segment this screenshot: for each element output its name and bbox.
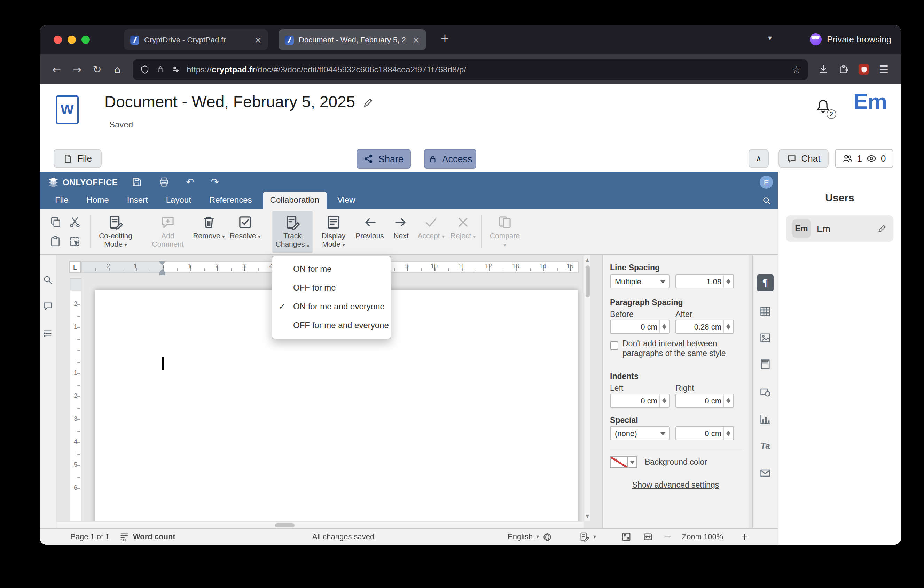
zoom-out-button[interactable]: −	[664, 529, 672, 545]
access-button[interactable]: Access	[424, 149, 476, 168]
spinner[interactable]	[723, 427, 733, 439]
tab-stop-selector[interactable]: L	[69, 261, 81, 273]
paragraph-settings-icon[interactable]: ¶	[757, 274, 774, 291]
spacing-before-input[interactable]: 0 cm	[610, 320, 670, 334]
hanging-indent-marker[interactable]	[159, 266, 166, 273]
adblocker-icon[interactable]	[858, 64, 869, 74]
chart-settings-icon[interactable]	[757, 412, 773, 427]
share-button[interactable]: Share	[356, 149, 411, 168]
paste-icon[interactable]	[50, 236, 65, 251]
track-menu-item[interactable]: ON for me	[272, 260, 391, 279]
special-select[interactable]: (none)	[610, 426, 670, 440]
track-changes-button[interactable]: Track Changes ▴	[272, 211, 313, 253]
line-spacing-select[interactable]: Multiple	[610, 274, 670, 288]
menu-tab-insert[interactable]: Insert	[120, 192, 155, 209]
advanced-settings-link[interactable]: Show advanced settings	[632, 481, 719, 489]
left-indent-marker[interactable]	[160, 273, 165, 275]
background-color-dropdown[interactable]	[628, 456, 637, 468]
vertical-scrollbar[interactable]: ▲ ▼	[584, 255, 591, 521]
navigation-headings-icon[interactable]	[43, 328, 54, 339]
track-menu-item[interactable]: OFF for me and everyone	[272, 316, 391, 335]
close-window-button[interactable]	[54, 36, 62, 44]
menu-tab-view[interactable]: View	[330, 192, 363, 209]
find-icon[interactable]	[43, 274, 54, 286]
menu-tab-references[interactable]: References	[202, 192, 259, 209]
file-button[interactable]: File	[54, 149, 102, 168]
track-menu-item-selected[interactable]: ✓ON for me and everyone	[272, 297, 391, 316]
url-bar[interactable]: https://cryptpad.fr/doc/#/3/doc/edit/ff0…	[133, 59, 808, 80]
bookmark-star-icon[interactable]: ☆	[792, 64, 801, 75]
fit-page-icon[interactable]	[621, 532, 632, 542]
list-all-tabs-icon[interactable]: ▾	[768, 33, 772, 43]
spinner[interactable]	[723, 320, 733, 333]
background-color-swatch[interactable]	[610, 456, 628, 468]
redo-icon[interactable]: ↷	[211, 176, 219, 187]
zoom-in-button[interactable]: +	[741, 529, 749, 545]
save-icon[interactable]	[132, 177, 142, 187]
copy-icon[interactable]	[50, 216, 65, 231]
tab-cryptdrive[interactable]: CryptDrive - CryptPad.fr ×	[124, 29, 268, 50]
line-spacing-amount-input[interactable]: 1.08	[675, 274, 734, 288]
no-interval-checkbox[interactable]	[610, 341, 618, 350]
zoom-window-button[interactable]	[81, 36, 90, 44]
downloads-icon[interactable]	[813, 64, 833, 74]
editor-account-avatar[interactable]: E	[760, 175, 773, 189]
close-tab-icon[interactable]: ×	[412, 35, 420, 45]
spacing-after-input[interactable]: 0.28 cm	[675, 320, 734, 334]
participants-indicator[interactable]: 1 0	[835, 149, 893, 168]
spinner[interactable]	[659, 320, 669, 333]
vertical-scroll-thumb[interactable]	[585, 266, 589, 297]
edit-name-pencil-icon[interactable]	[877, 224, 887, 233]
scroll-up-icon[interactable]: ▲	[584, 256, 591, 264]
hamburger-menu-icon[interactable]: ☰	[874, 63, 894, 76]
chat-button[interactable]: Chat	[779, 149, 828, 168]
horizontal-scroll-thumb[interactable]	[275, 523, 295, 527]
special-amount-input[interactable]: 0 cm	[675, 426, 734, 440]
mail-merge-icon[interactable]	[757, 466, 773, 481]
resolve-comments-button[interactable]: Resolve ▾	[229, 211, 261, 253]
word-count-button[interactable]: 123 Word count	[119, 529, 175, 545]
track-changes-toggle[interactable]: ▾	[579, 529, 596, 545]
indent-left-input[interactable]: 0 cm	[610, 394, 670, 408]
collapse-toolbar-button[interactable]: ∧	[749, 149, 769, 168]
minimize-window-button[interactable]	[68, 36, 76, 44]
home-icon[interactable]: ⌂	[107, 63, 127, 76]
indent-right-input[interactable]: 0 cm	[675, 394, 734, 408]
spinner[interactable]	[723, 275, 733, 288]
back-icon[interactable]: ←	[47, 63, 67, 76]
image-settings-icon[interactable]	[757, 330, 773, 345]
header-footer-settings-icon[interactable]	[757, 357, 773, 372]
menu-tab-home[interactable]: Home	[80, 192, 116, 209]
menu-tab-layout[interactable]: Layout	[159, 192, 198, 209]
tab-document-active[interactable]: Document - Wed, February 5, 2 ×	[279, 29, 426, 50]
fit-width-icon[interactable]	[643, 532, 653, 542]
spinner[interactable]	[659, 394, 669, 407]
tracking-shield-icon[interactable]	[140, 64, 150, 74]
textart-settings-icon[interactable]: Ta	[757, 438, 773, 454]
forward-icon[interactable]: →	[67, 63, 87, 76]
horizontal-scrollbar[interactable]	[56, 521, 584, 528]
table-settings-icon[interactable]	[757, 304, 773, 319]
reload-icon[interactable]: ↻	[87, 63, 107, 76]
track-menu-item[interactable]: OFF for me	[272, 279, 391, 297]
new-tab-button[interactable]: +	[437, 31, 453, 45]
remove-comments-button[interactable]: Remove ▾	[192, 211, 226, 253]
language-selector[interactable]: English ▾	[508, 529, 552, 545]
menu-tab-file[interactable]: File	[48, 192, 76, 209]
rename-pencil-icon[interactable]	[363, 96, 374, 107]
permissions-icon[interactable]	[171, 65, 180, 74]
extensions-icon[interactable]	[833, 64, 854, 74]
scroll-down-icon[interactable]: ▼	[584, 512, 591, 520]
account-avatar[interactable]: Em	[854, 89, 888, 114]
undo-icon[interactable]: ↶	[186, 176, 194, 187]
search-icon[interactable]	[762, 196, 772, 205]
coediting-mode-button[interactable]: Co-editing Mode ▾	[96, 211, 136, 253]
print-icon[interactable]	[159, 177, 169, 187]
next-change-button[interactable]: Next	[389, 211, 413, 253]
comments-icon[interactable]	[43, 301, 54, 312]
close-tab-icon[interactable]: ×	[254, 35, 262, 45]
spinner[interactable]	[723, 394, 733, 407]
menu-tab-collaboration[interactable]: Collaboration	[263, 192, 326, 209]
display-mode-button[interactable]: Display Mode ▾	[317, 211, 350, 253]
select-all-icon[interactable]	[69, 236, 84, 251]
